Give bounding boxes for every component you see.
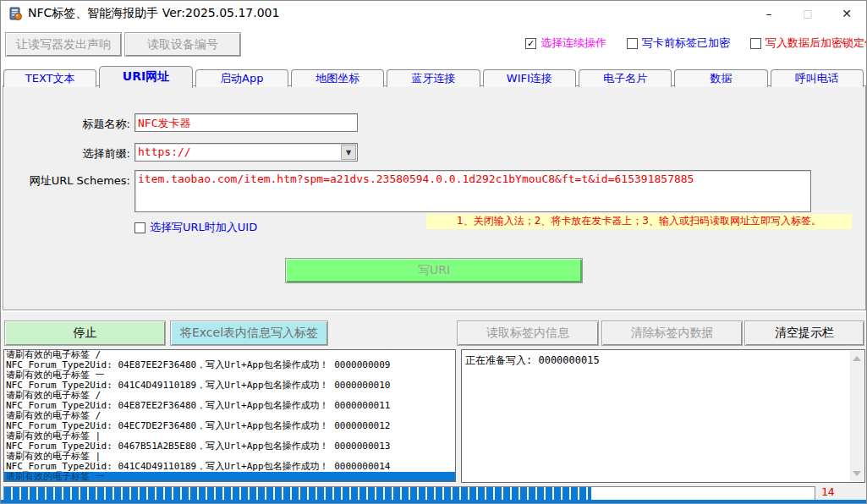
url-input[interactable]: item.taobao.com/item.htm?spm=a21dvs.2358… — [134, 170, 811, 212]
window-title: NFC标签、智能海报助手 Ver:2025.05.17.001 — [28, 6, 279, 21]
write-from-excel-button[interactable]: 将Excel表内信息写入标签 — [170, 320, 328, 346]
app-window: NFC标签、智能海报助手 Ver:2025.05.17.001 – □ ✕ 让读… — [0, 0, 867, 504]
tab[interactable]: 蓝牙连接 — [387, 69, 480, 87]
option-checkboxes: ✓ 选择连续操作 ✓ 写卡前标签已加密 ✓ 写入数据后加密锁定保护 — [525, 36, 863, 51]
scroll-down-icon[interactable] — [853, 471, 861, 476]
uid-checkbox-label: 选择写URL时加入UID — [150, 220, 257, 235]
title-name-input[interactable]: NFC发卡器 — [134, 113, 358, 132]
tab[interactable]: WIFI连接 — [483, 69, 576, 87]
app-icon — [8, 7, 23, 21]
option-checkbox[interactable]: ✓ 写入数据后加密锁定保护 — [750, 36, 867, 51]
operation-hint: 1、关闭输入法；2、将卡放在发卡器上；3、输入或扫码读取网址立即写入标签。 — [426, 214, 852, 229]
checkbox-label: 写入数据后加密锁定保护 — [765, 36, 867, 51]
read-tag-button[interactable]: 读取标签内信息 — [457, 320, 599, 346]
clear-tag-button[interactable]: 清除标签内数据 — [601, 320, 743, 346]
write-uri-button[interactable]: 写URI — [285, 258, 583, 283]
close-icon[interactable]: ✕ — [827, 1, 866, 26]
log-list[interactable]: 请刷有效的电子标签 / NFC_Forum_Type2Uid: 04E87EE2… — [3, 349, 456, 482]
progress-fill — [4, 487, 591, 501]
checkbox-label: 写卡前标签已加密 — [642, 36, 730, 51]
reader-beep-button[interactable]: 让读写器发出声响 — [5, 32, 122, 57]
tab[interactable]: 启动App — [195, 69, 288, 87]
clear-log-button[interactable]: 清空提示栏 — [744, 320, 864, 346]
tab-strip: TEXT文本 URI网址 启动App 地图坐标 蓝牙连接 WIFI连接 电子名片… — [3, 68, 864, 86]
tab[interactable]: 呼叫电话 — [771, 69, 864, 87]
scroll-up-icon[interactable] — [853, 356, 861, 361]
scrollbar[interactable] — [850, 351, 864, 481]
option-checkbox[interactable]: ✓ 选择连续操作 — [525, 36, 606, 51]
checkbox-icon[interactable]: ✓ — [627, 38, 638, 49]
chevron-down-icon[interactable]: ▼ — [341, 145, 356, 160]
checkbox-icon[interactable]: ✓ — [750, 38, 761, 49]
toolbar: 让读写器发出声响 读取设备编号 ✓ 选择连续操作 ✓ 写卡前标签已加密 ✓ 写入… — [1, 26, 866, 67]
checkbox-icon[interactable]: ✓ — [134, 222, 145, 233]
prefix-select[interactable]: https:// ▼ — [134, 143, 358, 162]
lower-section: 停止 将Excel表内信息写入标签 读取标签内信息 清除标签内数据 清空提示栏 … — [1, 312, 866, 504]
minimize-icon[interactable]: – — [749, 1, 788, 26]
checkbox-icon[interactable]: ✓ — [525, 38, 536, 49]
tab[interactable]: 地图坐标 — [291, 69, 384, 87]
window-controls: – □ ✕ — [749, 1, 866, 26]
uid-checkbox[interactable]: ✓ 选择写URL时加入UID — [134, 220, 257, 235]
title-name-label: 标题名称: — [3, 117, 130, 132]
read-device-id-button[interactable]: 读取设备编号 — [124, 32, 241, 57]
checkbox-label: 选择连续操作 — [541, 36, 606, 51]
uri-tab-panel: 标题名称: NFC发卡器 选择前缀: https:// ▼ 网址URL Sche… — [3, 85, 866, 310]
bottom-accent-strip — [1, 500, 866, 503]
tab[interactable]: 电子名片 — [579, 69, 672, 87]
stop-button[interactable]: 停止 — [4, 320, 166, 346]
tab[interactable]: URI网址 — [99, 66, 192, 88]
write-count: 14 — [821, 485, 859, 498]
option-checkbox[interactable]: ✓ 写卡前标签已加密 — [627, 36, 730, 51]
maximize-icon[interactable]: □ — [788, 1, 827, 26]
prefix-value: https:// — [135, 144, 357, 161]
log-line[interactable]: 请刷有效的电子标签 一 — [4, 472, 455, 482]
status-panel: 正在准备写入: 0000000015 — [461, 349, 865, 483]
url-label: 网址URL Schemes: — [3, 173, 130, 189]
title-bar: NFC标签、智能海报助手 Ver:2025.05.17.001 – □ ✕ — [1, 1, 866, 26]
tab[interactable]: 数据 — [674, 69, 767, 87]
status-text: 正在准备写入: 0000000015 — [465, 353, 600, 368]
prefix-label: 选择前缀: — [3, 146, 130, 162]
tab[interactable]: TEXT文本 — [3, 69, 96, 87]
